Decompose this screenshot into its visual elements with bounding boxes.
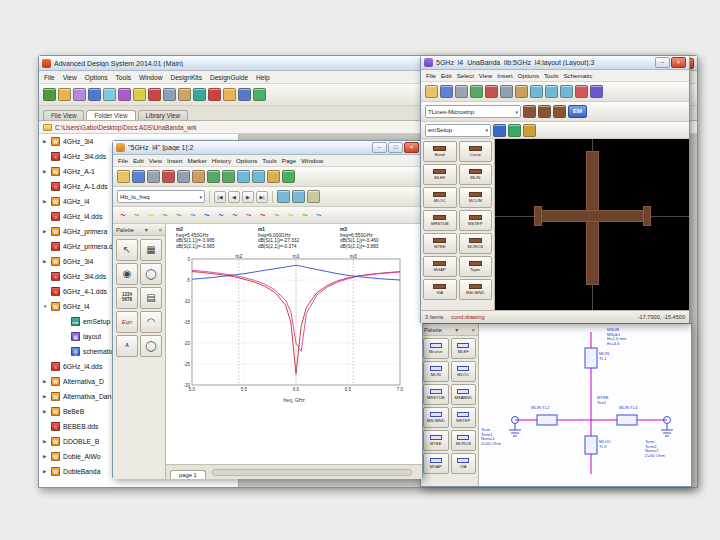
print-icon[interactable] — [455, 85, 468, 98]
menu-item[interactable]: Options — [518, 72, 539, 79]
zoom-in-icon[interactable] — [237, 170, 250, 183]
eqn-tool[interactable]: Eqn — [116, 311, 138, 333]
refresh-icon[interactable] — [267, 170, 280, 183]
mloc-symbol[interactable] — [585, 436, 597, 454]
mclin-part[interactable]: MCLIN — [459, 187, 493, 208]
microstrip-stub[interactable] — [643, 206, 651, 226]
save-icon[interactable] — [132, 170, 145, 183]
mlin-part[interactable]: MLIN — [423, 361, 449, 382]
mbend-part[interactable]: Bend — [423, 141, 457, 162]
menu-item[interactable]: Edit — [133, 157, 144, 164]
trace-style-icon[interactable]: ~ — [117, 208, 129, 222]
rect-plot-tool[interactable]: ▦ — [140, 239, 162, 261]
mloc-part[interactable]: MLOC — [451, 361, 477, 382]
menu-item[interactable]: File — [44, 74, 55, 81]
insert-mtee-icon[interactable] — [538, 105, 551, 118]
new-workspace-icon[interactable] — [43, 88, 56, 101]
view-tab[interactable]: Folder View — [86, 110, 135, 120]
data-display-icon[interactable] — [223, 88, 236, 101]
zoom-in-icon[interactable] — [530, 85, 543, 98]
palette-close-icon[interactable]: × — [158, 227, 162, 233]
em-setup-dropdown[interactable]: emSetup ▾ — [425, 124, 491, 137]
mtaper-part[interactable]: Taper — [459, 256, 493, 277]
menu-item[interactable]: File — [118, 157, 128, 164]
undo-icon[interactable] — [470, 85, 483, 98]
microstrip-horizontal-arm[interactable] — [538, 210, 648, 222]
menu-item[interactable]: File — [426, 72, 436, 79]
new-symbol-icon[interactable] — [133, 88, 146, 101]
palette-menu-icon[interactable]: ▾ — [455, 326, 458, 333]
menu-item[interactable]: View — [479, 72, 492, 79]
antenna-plot-tool[interactable]: ◠ — [140, 311, 162, 333]
mstep-part[interactable]: MSTEP — [459, 210, 493, 231]
expander-icon[interactable]: ▶ — [43, 394, 51, 399]
paste-icon[interactable] — [178, 88, 191, 101]
palette-pin-icon[interactable]: ▾ — [145, 226, 148, 233]
view-tab[interactable]: File View — [43, 110, 84, 120]
menu-item[interactable]: Select — [457, 72, 474, 79]
expander-icon[interactable]: ▶ — [43, 454, 51, 459]
schematic-canvas[interactable]: MSUB MSub1 H=1.6 mm Er=4.6 MLIN TL1 MTEE… — [479, 324, 691, 486]
prev-page-button[interactable]: ◀ — [228, 191, 240, 203]
expander-icon[interactable]: ▶ — [43, 169, 51, 174]
smith-chart-tool[interactable]: ◯ — [140, 263, 162, 285]
simulate-icon[interactable] — [193, 88, 206, 101]
insert-via-icon[interactable] — [553, 105, 566, 118]
mlef-part[interactable]: MLEF — [423, 164, 457, 185]
trace-style-icon[interactable]: ~ — [313, 208, 325, 222]
menu-item[interactable]: Tools — [116, 74, 131, 81]
menu-item[interactable]: Edit — [441, 72, 452, 79]
substrate-icon[interactable] — [508, 124, 521, 137]
menu-item[interactable]: Help — [256, 74, 270, 81]
expander-icon[interactable]: ▶ — [43, 229, 51, 234]
list-plot-tool[interactable]: 1234 5678 — [116, 287, 138, 309]
mlin-symbol[interactable] — [617, 415, 637, 425]
expander-icon[interactable]: ▶ — [43, 409, 51, 414]
msobnd-part[interactable]: MSOBND — [423, 407, 449, 428]
new-layout-icon[interactable] — [118, 88, 131, 101]
via-part[interactable]: VIA — [423, 279, 457, 300]
msabnd-part[interactable]: MSABND — [451, 384, 477, 405]
copy-icon[interactable] — [500, 85, 513, 98]
menu-item[interactable]: Options — [85, 74, 108, 81]
menu-item[interactable]: Marker — [187, 157, 206, 164]
menu-item[interactable]: Window — [139, 74, 162, 81]
trace-style-icon[interactable]: ~ — [145, 208, 157, 222]
trace-style-icon[interactable]: ~ — [187, 208, 199, 222]
mloc-part[interactable]: MLOC — [423, 187, 457, 208]
polar-plot-tool[interactable]: ◉ — [116, 263, 138, 285]
mgap-part[interactable]: MGAP — [423, 453, 449, 474]
cut-icon[interactable] — [148, 88, 161, 101]
copy-icon[interactable] — [177, 170, 190, 183]
default-dataset-dropdown[interactable]: l4b_lo_freq ▾ — [117, 190, 205, 203]
new-schematic-icon[interactable] — [103, 88, 116, 101]
trace-style-icon[interactable]: ~ — [131, 208, 143, 222]
mlin-symbol[interactable] — [585, 348, 597, 368]
next-page-button[interactable]: ▶ — [242, 191, 254, 203]
trace-style-icon[interactable]: ~ — [243, 208, 255, 222]
trace-style-icon[interactable]: ~ — [271, 208, 283, 222]
cut-icon[interactable] — [485, 85, 498, 98]
expander-icon[interactable]: ▶ — [43, 139, 51, 144]
print-icon[interactable] — [147, 170, 160, 183]
em-setup-icon[interactable] — [238, 88, 251, 101]
part-library-dropdown[interactable]: TLines-Microstrip ▾ — [425, 105, 521, 118]
menu-item[interactable]: Tools — [262, 157, 276, 164]
mstep-part[interactable]: MSTEP — [451, 407, 477, 428]
palette-close-icon[interactable]: × — [471, 327, 475, 333]
mlin-part[interactable]: MLIN — [459, 164, 493, 185]
zoom-out-icon[interactable] — [252, 170, 265, 183]
expander-icon[interactable]: ▶ — [43, 379, 51, 384]
trace-style-icon[interactable]: ~ — [215, 208, 227, 222]
layout-canvas[interactable] — [495, 139, 689, 310]
example-workspace-icon[interactable] — [73, 88, 86, 101]
em-button[interactable]: EM — [568, 105, 587, 118]
mcurve-part[interactable]: Mcurve — [423, 338, 449, 359]
menu-item[interactable]: DesignKits — [170, 74, 202, 81]
menu-item[interactable]: View — [149, 157, 162, 164]
mlef-part[interactable]: MLEF — [451, 338, 477, 359]
menu-item[interactable]: Schematic — [563, 72, 592, 79]
close-button[interactable]: × — [404, 142, 419, 153]
first-page-button[interactable]: |◀ — [214, 191, 226, 203]
menu-item[interactable]: DesignGuide — [210, 74, 248, 81]
